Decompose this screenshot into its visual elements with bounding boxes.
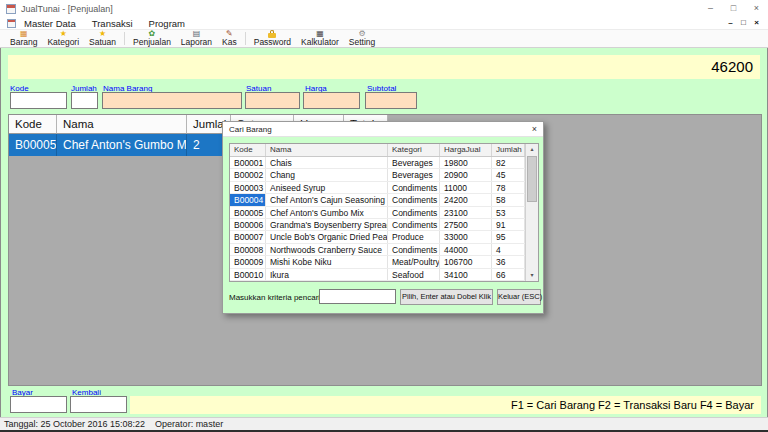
restore-button[interactable]: □ (722, 0, 745, 17)
result-row[interactable]: B00003 Aniseed Syrup Condiments 11000 78 (230, 182, 525, 194)
window-title: JualTunai - [Penjualan] (21, 4, 113, 14)
lock-icon (268, 30, 276, 38)
nama-cell: Chef Anton's Cajun Seasoning (266, 194, 388, 205)
toolbar-separator (124, 32, 125, 45)
hargajual-cell: 44000 (440, 244, 492, 255)
column-header-kode: Kode (230, 144, 266, 156)
jumlah-cell: 78 (492, 182, 525, 193)
jumlah-cell: 66 (492, 269, 525, 280)
cari-barang-dialog: Cari Barang × Kode Nama Kategori HargaJu… (222, 121, 544, 314)
results-scrollbar[interactable]: ▴ ▾ (525, 144, 538, 281)
toolbar-kas-button[interactable]: ✎ Kas (217, 30, 242, 47)
bayar-input[interactable] (10, 396, 67, 413)
kategori-cell: Beverages (388, 157, 440, 168)
result-row[interactable]: B00006 Grandma's Boysenberry Spread Cond… (230, 219, 525, 231)
jumlah-cell: 58 (492, 194, 525, 205)
toolbar-satuan-button[interactable]: ★ Satuan (84, 30, 121, 47)
nama-cell: Grandma's Boysenberry Spread (266, 219, 388, 230)
toolbar-setting-button[interactable]: ⚙ Setting (344, 30, 380, 47)
pick-button[interactable]: Pilih, Enter atau Dobel Klik (400, 289, 493, 305)
nama-cell: Chef Anton's Gumbo Mix (266, 207, 388, 218)
jumlah-cell: 36 (492, 256, 525, 267)
hargajual-cell: 11000 (440, 182, 492, 193)
title-bar: JualTunai - [Penjualan] – □ × (0, 0, 768, 17)
kode-cell: B00006 (230, 219, 266, 230)
result-row[interactable]: B00009 Mishi Kobe Niku Meat/Poultry 1067… (230, 256, 525, 268)
scroll-down-icon[interactable]: ▾ (526, 270, 538, 281)
menu-bar: Master Data Transaksi Program – □ × (0, 17, 768, 30)
window-controls: – □ × (699, 0, 768, 17)
toolbar-laporan-button[interactable]: ▤ Laporan (176, 30, 217, 47)
harga-field (303, 92, 360, 109)
hargajual-cell: 20900 (440, 169, 492, 180)
dialog-close-icon[interactable]: × (532, 122, 537, 137)
app-icon (6, 4, 16, 14)
mdi-minimize-button[interactable]: – (724, 17, 737, 29)
kode-cell: B00009 (230, 256, 266, 267)
app-window: JualTunai - [Penjualan] – □ × Master Dat… (0, 0, 768, 432)
kode-input[interactable] (10, 92, 67, 109)
hargajual-cell: 34100 (440, 269, 492, 280)
dialog-title: Cari Barang (229, 125, 272, 134)
result-row[interactable]: B00001 Chais Beverages 19800 82 (230, 157, 525, 169)
menu-master-data[interactable]: Master Data (16, 17, 84, 30)
exit-button[interactable]: Keluar (ESC) (497, 289, 541, 305)
toolbar-penjualan-button[interactable]: ✿ Penjualan (128, 30, 176, 47)
nama-barang-field (102, 92, 242, 109)
kategori-cell: Condiments (388, 182, 440, 193)
result-row-selected[interactable]: B00004 Chef Anton's Cajun Seasoning Cond… (230, 194, 525, 206)
hargajual-cell: 33000 (440, 231, 492, 242)
kode-cell: B00001 (230, 157, 266, 168)
jumlah-cell: 4 (492, 244, 525, 255)
kembali-field (70, 396, 127, 413)
result-row[interactable]: B00008 Northwoods Cranberry Sauce Condim… (230, 244, 525, 256)
mdi-child-icon (7, 19, 16, 28)
scrollbar-thumb[interactable] (527, 156, 537, 202)
search-criteria-input[interactable] (319, 289, 396, 304)
menu-program[interactable]: Program (141, 17, 193, 30)
nama-cell: Mishi Kobe Niku (266, 256, 388, 267)
minimize-button[interactable]: – (699, 0, 722, 17)
kode-cell: B00005 (9, 134, 57, 156)
kategori-cell: Meat/Poultry (388, 256, 440, 267)
mdi-close-button[interactable]: × (750, 17, 763, 29)
mdi-window-controls: – □ × (724, 17, 763, 29)
search-results-grid: Kode Nama Kategori HargaJual Jumlah B000… (229, 143, 539, 282)
toolbar-kalkulator-button[interactable]: ▦ Kalkulator (296, 30, 344, 47)
jumlah-cell: 45 (492, 169, 525, 180)
kategori-cell: Condiments (388, 244, 440, 255)
nama-cell: Northwoods Cranberry Sauce (266, 244, 388, 255)
jumlah-input[interactable] (71, 92, 98, 109)
nama-cell: Chef Anton's Gumbo Mix (57, 134, 187, 156)
result-row[interactable]: B00005 Chef Anton's Gumbo Mix Condiments… (230, 207, 525, 219)
hargajual-cell: 106700 (440, 256, 492, 267)
close-button[interactable]: × (745, 0, 768, 17)
toolbar-barang-button[interactable]: ▦ Barang (5, 30, 42, 47)
kode-cell: B00008 (230, 244, 266, 255)
column-header-nama: Nama (57, 115, 187, 134)
result-row[interactable]: B00007 Uncle Bob's Organic Dried Pears P… (230, 231, 525, 243)
column-header-jumlah: Jumlah (492, 144, 525, 156)
kode-cell: B00005 (230, 207, 266, 218)
hargajual-cell: 19800 (440, 157, 492, 168)
result-row[interactable]: B00010 Ikura Seafood 34100 66 (230, 269, 525, 281)
column-header-kode: Kode (9, 115, 57, 134)
mdi-restore-button[interactable]: □ (737, 17, 750, 29)
satuan-field (245, 92, 300, 109)
toolbar-kategori-button[interactable]: ★ Kategori (42, 30, 84, 47)
jumlah-cell: 95 (492, 231, 525, 242)
toolbar-password-button[interactable]: Password (249, 30, 296, 47)
dialog-title-bar: Cari Barang × (223, 122, 543, 137)
kategori-cell: Condiments (388, 207, 440, 218)
search-criteria-label: Masukkan kriteria pencarian (229, 293, 329, 302)
result-row[interactable]: B00002 Chang Beverages 20900 45 (230, 169, 525, 181)
grand-total-display: 46200 (8, 55, 760, 79)
hargajual-cell: 24200 (440, 194, 492, 205)
toolbar-separator (245, 32, 246, 45)
toolbar: ▦ Barang ★ Kategori ★ Satuan ✿ Penjualan… (0, 30, 768, 48)
kategori-cell: Condiments (388, 219, 440, 230)
scroll-up-icon[interactable]: ▴ (526, 144, 538, 155)
menu-transaksi[interactable]: Transaksi (84, 17, 141, 30)
status-operator: Operator: master (155, 418, 223, 430)
column-header-hargajual: HargaJual (440, 144, 492, 156)
